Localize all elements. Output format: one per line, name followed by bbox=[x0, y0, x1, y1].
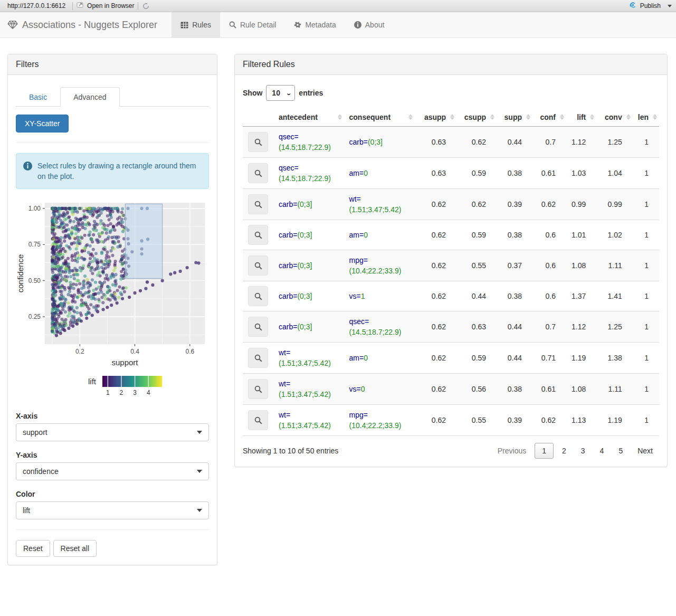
antecedent-cell[interactable]: carb=(0;3] bbox=[273, 281, 344, 311]
reset-all-button[interactable]: Reset all bbox=[53, 540, 97, 557]
page-length-value: 10 bbox=[272, 89, 280, 97]
search-icon bbox=[254, 323, 262, 331]
inspect-rule-button[interactable] bbox=[248, 163, 268, 183]
header-consequent[interactable]: consequent bbox=[344, 108, 415, 127]
inspect-rule-button[interactable] bbox=[248, 132, 268, 152]
consequent-cell[interactable]: wt=(1.51;3.47;5.42) bbox=[344, 189, 415, 220]
csupp-cell: 0.55 bbox=[456, 250, 497, 281]
tab-basic[interactable]: Basic bbox=[16, 87, 60, 107]
consequent-cell[interactable]: qsec=(14.5;18.7;22.9) bbox=[344, 311, 415, 343]
page-button-4[interactable]: 4 bbox=[594, 443, 611, 458]
next-page-button[interactable]: Next bbox=[631, 443, 659, 458]
consequent-cell[interactable]: mpg=(10.4;22.2;33.9) bbox=[344, 405, 415, 436]
header-antecedent[interactable]: antecedent bbox=[273, 108, 344, 127]
search-icon bbox=[254, 201, 262, 209]
scatter-plot-canvas[interactable]: 0.20.40.60.250.500.751.00supportconfiden… bbox=[16, 200, 208, 369]
antecedent-cell[interactable]: carb=(0;3] bbox=[273, 311, 344, 343]
header-asupp[interactable]: asupp bbox=[415, 108, 456, 127]
antecedent-cell[interactable]: wt=(1.51;3.47;5.42) bbox=[273, 374, 344, 405]
table-row[interactable]: carb=(0;3] am=0 0.62 0.59 0.38 0.6 1.01 … bbox=[243, 220, 659, 250]
inspect-rule-button[interactable] bbox=[248, 194, 268, 214]
consequent-cell[interactable]: vs=0 bbox=[344, 374, 415, 405]
yaxis-label: Y-axis bbox=[16, 451, 209, 459]
xy-scatter-button[interactable]: XY-Scatter bbox=[16, 115, 69, 132]
scatter-plot[interactable]: 0.20.40.60.250.500.751.00supportconfiden… bbox=[16, 200, 209, 402]
antecedent-cell[interactable]: qsec=(14.5;18.7;22.9) bbox=[273, 127, 344, 158]
asupp-cell: 0.62 bbox=[415, 220, 456, 250]
table-row[interactable]: carb=(0;3] vs=1 0.62 0.44 0.38 0.6 1.37 … bbox=[243, 281, 659, 311]
asupp-cell: 0.62 bbox=[415, 311, 456, 343]
inspect-rule-button[interactable] bbox=[248, 348, 268, 368]
header-supp[interactable]: supp bbox=[497, 108, 532, 127]
page-button-3[interactable]: 3 bbox=[575, 443, 592, 458]
table-row[interactable]: carb=(0;3] qsec=(14.5;18.7;22.9) 0.62 0.… bbox=[243, 311, 659, 343]
consequent-cell[interactable]: vs=1 bbox=[344, 281, 415, 311]
supp-cell: 0.37 bbox=[497, 250, 532, 281]
search-icon bbox=[254, 262, 262, 270]
header-lift[interactable]: lift bbox=[566, 108, 596, 127]
table-row[interactable]: carb=(0;3] mpg=(10.4;22.2;33.9) 0.62 0.5… bbox=[243, 250, 659, 281]
tab-rule-detail[interactable]: Rule Detail bbox=[220, 12, 285, 37]
consequent-cell[interactable]: am=0 bbox=[344, 343, 415, 374]
lift-cell: 0.99 bbox=[566, 189, 596, 220]
page-button-2[interactable]: 2 bbox=[556, 443, 573, 458]
len-cell: 1 bbox=[633, 374, 659, 405]
antecedent-cell[interactable]: wt=(1.51;3.47;5.42) bbox=[273, 343, 344, 374]
filters-panel-title: Filters bbox=[8, 54, 217, 75]
refresh-icon[interactable] bbox=[142, 2, 150, 10]
tab-rules[interactable]: Rules bbox=[172, 12, 220, 37]
publish-label: Publish bbox=[640, 2, 661, 10]
header-conf[interactable]: conf bbox=[532, 108, 566, 127]
table-row[interactable]: qsec=(14.5;18.7;22.9) am=0 0.63 0.59 0.3… bbox=[243, 158, 659, 189]
page-button-1[interactable]: 1 bbox=[535, 443, 554, 459]
antecedent-cell[interactable]: carb=(0;3] bbox=[273, 250, 344, 281]
previous-page-button[interactable]: Previous bbox=[491, 443, 532, 458]
consequent-cell[interactable]: am=0 bbox=[344, 158, 415, 189]
consequent-cell[interactable]: carb=(0;3] bbox=[344, 127, 415, 158]
xaxis-select[interactable]: support bbox=[16, 423, 209, 441]
lift-cell: 1.13 bbox=[566, 405, 596, 436]
page-button-5[interactable]: 5 bbox=[612, 443, 629, 458]
yaxis-select[interactable]: confidence bbox=[16, 462, 209, 480]
table-row[interactable]: wt=(1.51;3.47;5.42) vs=0 0.62 0.56 0.38 … bbox=[243, 374, 659, 405]
inspect-cell bbox=[243, 374, 273, 405]
inspect-rule-button[interactable] bbox=[248, 410, 268, 430]
csupp-cell: 0.62 bbox=[456, 127, 497, 158]
chevron-down-icon bbox=[197, 470, 202, 473]
open-in-browser-button[interactable]: Open in Browser bbox=[77, 2, 134, 10]
color-select[interactable]: lift bbox=[16, 501, 209, 519]
inspect-rule-button[interactable] bbox=[248, 286, 268, 306]
consequent-cell[interactable]: mpg=(10.4;22.2;33.9) bbox=[344, 250, 415, 281]
inspect-rule-button[interactable] bbox=[248, 317, 268, 337]
tab-about[interactable]: About bbox=[345, 12, 394, 37]
table-row[interactable]: qsec=(14.5;18.7;22.9) carb=(0;3] 0.63 0.… bbox=[243, 127, 659, 158]
tab-metadata[interactable]: Metadata bbox=[285, 12, 345, 37]
inspect-rule-button[interactable] bbox=[248, 255, 268, 276]
antecedent-cell[interactable]: carb=(0;3] bbox=[273, 189, 344, 220]
header-conv[interactable]: conv bbox=[596, 108, 632, 127]
supp-cell: 0.38 bbox=[497, 281, 532, 311]
header-len[interactable]: len bbox=[633, 108, 659, 127]
consequent-cell[interactable]: am=0 bbox=[344, 220, 415, 250]
header-csupp[interactable]: csupp bbox=[456, 108, 497, 127]
asupp-cell: 0.62 bbox=[415, 405, 456, 436]
antecedent-cell[interactable]: wt=(1.51;3.47;5.42) bbox=[273, 405, 344, 436]
asupp-cell: 0.62 bbox=[415, 250, 456, 281]
reset-button[interactable]: Reset bbox=[16, 540, 50, 557]
inspect-rule-button[interactable] bbox=[248, 379, 268, 399]
lift-cell: 1.01 bbox=[566, 220, 596, 250]
table-row[interactable]: carb=(0;3] wt=(1.51;3.47;5.42) 0.62 0.62… bbox=[243, 189, 659, 220]
table-icon bbox=[180, 22, 188, 29]
svg-text:0.2: 0.2 bbox=[75, 348, 84, 355]
filters-panel-body: Basic Advanced XY-Scatter Select rules b… bbox=[8, 75, 217, 565]
table-row[interactable]: wt=(1.51;3.47;5.42) mpg=(10.4;22.2;33.9)… bbox=[243, 405, 659, 436]
table-row[interactable]: wt=(1.51;3.47;5.42) am=0 0.62 0.59 0.44 … bbox=[243, 343, 659, 374]
svg-text:support: support bbox=[111, 358, 138, 367]
antecedent-cell[interactable]: qsec=(14.5;18.7;22.9) bbox=[273, 158, 344, 189]
tab-advanced[interactable]: Advanced bbox=[60, 87, 119, 107]
navbar: Associations - Nuggets Explorer Rules Ru… bbox=[0, 12, 676, 38]
inspect-rule-button[interactable] bbox=[248, 225, 268, 245]
publish-button[interactable]: Publish bbox=[629, 1, 672, 11]
antecedent-cell[interactable]: carb=(0;3] bbox=[273, 220, 344, 250]
page-length-select[interactable]: 10 ⌄ bbox=[266, 85, 295, 101]
